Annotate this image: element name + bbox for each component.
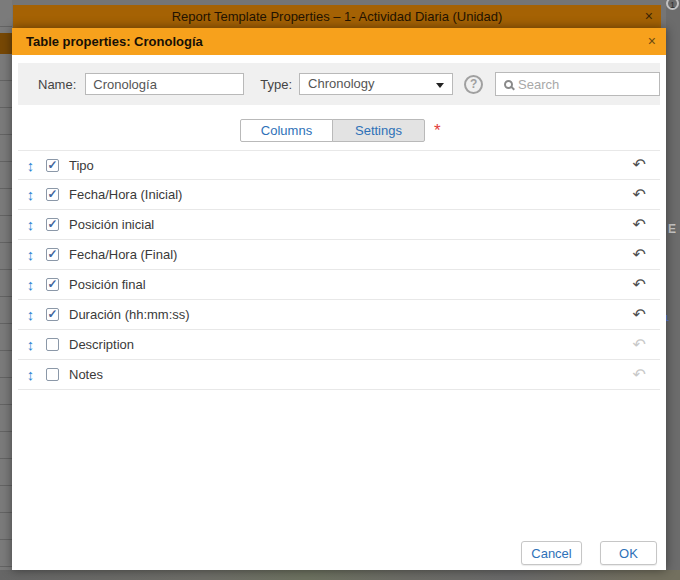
table-row: ↕ ✓ Posición final ↶ [18, 270, 660, 300]
properties-toolbar: Name: Type: Chronology ? [18, 63, 660, 105]
row-checkbox[interactable]: ✓ [46, 188, 59, 201]
row-checkbox[interactable]: ✓ [46, 248, 59, 261]
drag-handle-icon[interactable]: ↕ [23, 246, 38, 263]
table-row: ↕ Notes ↶ [18, 360, 660, 390]
row-checkbox[interactable]: ✓ [46, 159, 59, 172]
undo-icon[interactable]: ↶ [633, 247, 646, 263]
background-orange-element [0, 33, 12, 54]
undo-icon[interactable]: ↶ [633, 157, 646, 173]
type-select[interactable]: Chronology [299, 73, 453, 95]
required-marker: * [434, 119, 441, 142]
row-checkbox[interactable]: ✓ [46, 218, 59, 231]
undo-icon[interactable]: ↶ [633, 307, 646, 323]
undo-icon[interactable]: ↶ [633, 217, 646, 233]
drag-handle-icon[interactable]: ↕ [23, 336, 38, 353]
row-label: Duración (hh:mm:ss) [69, 307, 633, 322]
table-row: ↕ ✓ Posición inicial ↶ [18, 210, 660, 240]
table-row: ↕ Description ↶ [18, 330, 660, 360]
dialog-titlebar: Table properties: Cronología × [12, 28, 666, 55]
type-select-value: Chronology [300, 74, 452, 94]
background-map-letter: E [668, 222, 676, 236]
table-properties-dialog: Table properties: Cronología × Name: Typ… [12, 28, 666, 570]
table-row: ↕ ✓ Fecha/Hora (Final) ↶ [18, 240, 660, 270]
row-label: Tipo [69, 158, 633, 173]
column-list: ↕ ✓ Tipo ↶ ↕ ✓ Fecha/Hora (Inicial) ↶ ↕ … [18, 150, 660, 390]
table-row: ↕ ✓ Fecha/Hora (Inicial) ↶ [18, 180, 660, 210]
row-label: Posición final [69, 277, 633, 292]
row-label: Posición inicial [69, 217, 633, 232]
background-map-strip [666, 0, 680, 580]
dialog-title: Table properties: Cronología [12, 34, 203, 49]
name-label: Name: [38, 77, 76, 92]
drag-handle-icon[interactable]: ↕ [23, 306, 38, 323]
undo-icon[interactable]: ↶ [633, 187, 646, 203]
drag-handle-icon[interactable]: ↕ [23, 186, 38, 203]
row-checkbox[interactable] [46, 368, 59, 381]
search-box[interactable] [495, 72, 660, 96]
search-icon [504, 80, 513, 89]
row-label: Notes [69, 367, 633, 382]
row-checkbox[interactable]: ✓ [46, 278, 59, 291]
undo-icon[interactable]: ↶ [633, 277, 646, 293]
row-label: Fecha/Hora (Inicial) [69, 187, 633, 202]
table-row: ↕ ✓ Tipo ↶ [18, 150, 660, 180]
dialog-footer: Cancel OK [521, 541, 657, 565]
outer-dialog-title: Report Template Properties – 1- Activida… [172, 9, 503, 24]
outer-close-icon[interactable]: × [645, 8, 653, 24]
outer-dialog-titlebar: Report Template Properties – 1- Activida… [13, 5, 661, 28]
table-row: ↕ ✓ Duración (hh:mm:ss) ↶ [18, 300, 660, 330]
tab-columns[interactable]: Columns [240, 119, 333, 142]
cancel-button[interactable]: Cancel [521, 541, 582, 565]
row-checkbox[interactable] [46, 338, 59, 351]
undo-icon[interactable]: ↶ [633, 337, 646, 353]
chevron-down-icon [436, 83, 444, 88]
tab-group: Columns Settings * [240, 119, 441, 142]
name-input[interactable] [85, 73, 244, 95]
close-icon[interactable]: × [648, 33, 656, 49]
drag-handle-icon[interactable]: ↕ [23, 157, 38, 174]
background-table-strip [0, 0, 12, 580]
row-label: Description [69, 337, 633, 352]
type-label: Type: [260, 77, 292, 92]
row-checkbox[interactable]: ✓ [46, 308, 59, 321]
ok-button[interactable]: OK [600, 541, 657, 565]
row-label: Fecha/Hora (Final) [69, 247, 633, 262]
background-map-bottom [0, 570, 680, 580]
drag-handle-icon[interactable]: ↕ [23, 276, 38, 293]
search-input[interactable] [518, 77, 659, 92]
undo-icon[interactable]: ↶ [633, 367, 646, 383]
help-icon[interactable]: ? [464, 75, 483, 94]
drag-handle-icon[interactable]: ↕ [23, 366, 38, 383]
drag-handle-icon[interactable]: ↕ [23, 216, 38, 233]
tab-settings[interactable]: Settings [332, 119, 425, 142]
